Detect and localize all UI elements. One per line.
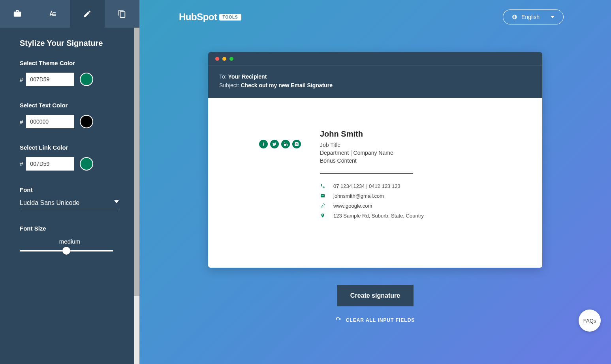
hash-symbol: # xyxy=(20,118,23,125)
font-group: Font Lucida Sans Unicode xyxy=(20,186,120,209)
window-chrome xyxy=(208,52,542,66)
font-size-slider[interactable] xyxy=(20,250,113,251)
twitter-icon[interactable] xyxy=(270,140,279,148)
instagram-icon[interactable] xyxy=(292,140,301,148)
logo-badge: TOOLS xyxy=(219,14,241,21)
create-signature-button[interactable]: Create signature xyxy=(337,285,414,306)
window-dot-red xyxy=(215,57,219,61)
main-area: HubSpot TOOLS English To: Your Recipient… xyxy=(139,0,611,364)
email-body: John Smith Job Title Department | Compan… xyxy=(208,98,542,268)
signature-name: John Smith xyxy=(320,129,519,139)
font-size-label: Font Size xyxy=(20,225,120,232)
hubspot-logo: HubSpot TOOLS xyxy=(179,11,241,23)
faqs-button[interactable]: FAQs xyxy=(579,310,601,332)
contact-website: www.google.com xyxy=(333,203,372,209)
linkedin-icon[interactable] xyxy=(281,140,290,148)
social-icons xyxy=(232,140,301,148)
clear-fields-link[interactable]: CLEAR ALL INPUT FIELDS xyxy=(139,317,611,323)
sidebar-content: Stylize Your Signature Select Theme Colo… xyxy=(0,28,139,275)
email-header: To: Your Recipient Subject: Check out my… xyxy=(208,66,542,98)
clear-fields-label: CLEAR ALL INPUT FIELDS xyxy=(346,317,415,323)
contact-email-row: johnsmith@gmail.com xyxy=(320,193,519,199)
contact-website-row: www.google.com xyxy=(320,203,519,209)
contact-address-row: 123 Sample Rd, Suburb, State, Country xyxy=(320,213,519,219)
language-select[interactable]: English xyxy=(503,9,564,24)
signature-bonus: Bonus Content xyxy=(320,158,519,164)
preview-window: To: Your Recipient Subject: Check out my… xyxy=(208,52,542,268)
contact-phone-row: 07 1234 1234 | 0412 123 123 xyxy=(320,183,519,189)
text-color-swatch[interactable] xyxy=(80,115,93,128)
theme-color-swatch[interactable] xyxy=(80,73,93,86)
tab-template[interactable] xyxy=(35,0,70,28)
to-value: Your Recipient xyxy=(228,73,267,80)
faqs-label: FAQs xyxy=(583,318,596,324)
globe-icon xyxy=(512,14,517,20)
to-label: To: xyxy=(219,73,227,80)
text-color-input[interactable] xyxy=(26,115,74,128)
chevron-down-icon xyxy=(551,16,555,18)
logo-text: HubSpot xyxy=(179,11,217,23)
link-icon xyxy=(320,203,325,208)
font-size-group: Font Size medium xyxy=(20,225,120,251)
window-dot-green xyxy=(229,57,233,61)
signature-divider xyxy=(320,173,413,174)
briefcase-icon xyxy=(13,9,22,18)
subject-label: Subject: xyxy=(219,82,239,88)
copy-icon xyxy=(118,9,126,18)
font-value: Lucida Sans Unicode xyxy=(20,199,79,206)
phone-icon xyxy=(320,184,325,188)
subject-value: Check out my new Email Signature xyxy=(241,82,333,88)
language-value: English xyxy=(521,14,540,20)
contact-email: johnsmith@gmail.com xyxy=(333,193,384,199)
signature-job-title: Job Title xyxy=(320,142,519,148)
theme-color-input[interactable] xyxy=(26,73,74,86)
text-color-label: Select Text Color xyxy=(20,102,120,109)
contact-phone: 07 1234 1234 | 0412 123 123 xyxy=(333,183,400,189)
theme-color-group: Select Theme Color # xyxy=(20,60,120,86)
signature-block: John Smith Job Title Department | Compan… xyxy=(320,129,519,223)
link-color-label: Select Link Color xyxy=(20,144,120,151)
theme-color-label: Select Theme Color xyxy=(20,60,120,66)
text-color-group: Select Text Color # xyxy=(20,102,120,128)
pencil-icon xyxy=(83,9,92,18)
link-color-group: Select Link Color # xyxy=(20,144,120,171)
refresh-icon xyxy=(336,317,341,323)
sidebar-tabs xyxy=(0,0,139,28)
tab-stylize[interactable] xyxy=(70,0,105,28)
actions: Create signature CLEAR ALL INPUT FIELDS xyxy=(139,285,611,323)
font-select[interactable]: Lucida Sans Unicode xyxy=(20,199,120,209)
sidebar-scrollbar[interactable] xyxy=(134,28,139,364)
window-dot-yellow xyxy=(222,57,226,61)
facebook-icon[interactable] xyxy=(259,140,268,148)
hash-symbol: # xyxy=(20,76,23,83)
scrollbar-thumb[interactable] xyxy=(134,28,139,296)
tab-copy[interactable] xyxy=(105,0,139,28)
link-color-swatch[interactable] xyxy=(80,157,93,171)
signature-department: Department | Company Name xyxy=(320,150,519,156)
chevron-down-icon xyxy=(114,200,119,203)
font-size-current: medium xyxy=(20,238,120,245)
hash-symbol: # xyxy=(20,161,23,167)
topbar: HubSpot TOOLS English xyxy=(139,0,611,24)
location-icon xyxy=(320,213,325,218)
slider-thumb[interactable] xyxy=(62,247,70,255)
email-icon xyxy=(320,193,325,198)
text-style-icon xyxy=(48,9,56,18)
font-label: Font xyxy=(20,186,120,193)
sidebar-title: Stylize Your Signature xyxy=(20,39,120,48)
contact-address: 123 Sample Rd, Suburb, State, Country xyxy=(333,213,424,219)
link-color-input[interactable] xyxy=(26,157,74,171)
sidebar: Stylize Your Signature Select Theme Colo… xyxy=(0,0,139,364)
tab-details[interactable] xyxy=(0,0,35,28)
